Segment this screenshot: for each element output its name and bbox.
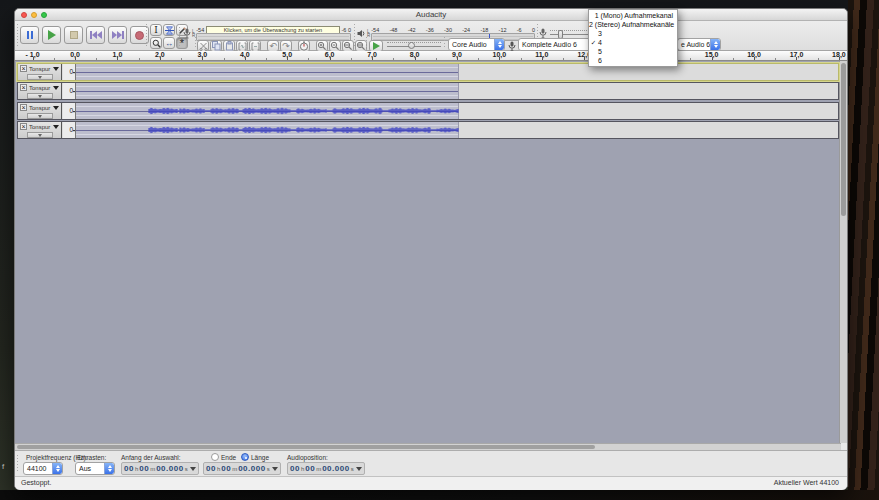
envelope-tool-button[interactable] (163, 24, 175, 36)
track-clip-area[interactable] (76, 103, 838, 119)
meter-scale-label: -18 (480, 27, 488, 33)
menu-item[interactable]: ✓4 (589, 38, 677, 47)
selected-audio-clip[interactable] (76, 103, 459, 119)
timeline-ruler[interactable]: - 1,00,01,02,03,04,05,06,07,08,09,010,01… (15, 51, 847, 61)
playback-meter-scale: -54-48-42-36-30-24-18-12-60 (371, 26, 535, 33)
recording-meter[interactable]: LR -54 Klicken, um die Überwachung zu st… (183, 26, 351, 41)
skip-to-end-button[interactable] (108, 26, 127, 44)
selection-tool-button[interactable]: I (150, 24, 162, 36)
track-clip-area[interactable] (76, 83, 838, 99)
menu-item[interactable]: 2 (Stereo) Aufnahmekanäle (589, 20, 677, 29)
track-header[interactable]: ×Tonspur (18, 83, 62, 99)
track-menu-arrow-icon[interactable] (53, 106, 59, 110)
time-digits[interactable]: 00 (221, 464, 231, 473)
menu-item[interactable]: 6 (589, 56, 677, 65)
time-digits[interactable]: 00 (124, 464, 134, 473)
menu-item[interactable]: 3 (589, 29, 677, 38)
time-digits[interactable]: 00 (290, 464, 300, 473)
track-close-button[interactable]: × (20, 123, 27, 130)
stepper-icon (710, 39, 720, 50)
timeshift-tool-icon: ↔ (165, 39, 173, 48)
track-clip-area[interactable] (76, 122, 838, 138)
track-clip-area[interactable] (76, 64, 838, 80)
time-field-dropdown-icon[interactable] (356, 467, 362, 471)
titlebar[interactable]: Audacity (15, 9, 847, 21)
toolbar-grip[interactable] (145, 23, 149, 48)
playback-device-select[interactable]: e Audio 6 (677, 38, 721, 51)
track-collapse-button[interactable] (27, 113, 53, 119)
horizontal-scrollbar-thumb[interactable] (17, 445, 595, 449)
time-digits[interactable]: 00.000 (238, 464, 265, 473)
track-close-button[interactable]: × (20, 84, 27, 91)
time-digits[interactable]: 00 (206, 464, 216, 473)
track-title: Tonspur (29, 85, 51, 91)
time-digits[interactable]: 00.000 (322, 464, 349, 473)
ruler-minor-tick (224, 58, 225, 60)
radio-end-circle[interactable] (211, 453, 219, 461)
project-rate-select[interactable]: 44100 (23, 462, 63, 475)
time-unit: m (316, 466, 321, 472)
track-zero-label: 0 (69, 87, 73, 94)
track-collapse-button[interactable] (27, 74, 53, 80)
skip-to-start-button[interactable] (86, 26, 105, 44)
track-area[interactable]: ×Tonspur0×Tonspur0×Tonspur0×Tonspur0 (15, 61, 847, 443)
track-close-button[interactable]: × (20, 104, 27, 111)
track-menu-arrow-icon[interactable] (53, 67, 59, 71)
vertical-scrollbar[interactable] (839, 61, 847, 443)
audio-host-select[interactable]: Core Audio (448, 38, 505, 51)
menu-item[interactable]: 1 (Mono) Aufnahmekanal (589, 11, 677, 20)
time-digits[interactable]: 00 (305, 464, 315, 473)
desktop-artifact: f (2, 462, 4, 471)
toolbar-grip[interactable] (443, 36, 447, 49)
track-menu-arrow-icon[interactable] (53, 125, 59, 129)
stop-button[interactable] (64, 26, 83, 44)
playback-speed-thumb[interactable] (408, 42, 415, 49)
pause-button[interactable] (20, 26, 39, 44)
time-field-dropdown-icon[interactable] (272, 467, 278, 471)
track-header[interactable]: ×Tonspur (18, 64, 62, 80)
track-row[interactable]: ×Tonspur0 (17, 63, 839, 81)
playback-speed-slider[interactable] (387, 46, 441, 47)
horizontal-scrollbar[interactable] (15, 443, 841, 450)
selection-length-time[interactable]: 00h00m00.000s (203, 462, 281, 475)
vertical-scrollbar-thumb[interactable] (841, 63, 846, 216)
track-close-button[interactable]: × (20, 65, 27, 72)
time-unit: s (185, 466, 188, 472)
ruler-tick (584, 57, 585, 60)
track-collapse-button[interactable] (27, 93, 53, 99)
time-digits[interactable]: 00 (139, 464, 149, 473)
track-header[interactable]: ×Tonspur (18, 122, 62, 138)
track-row[interactable]: ×Tonspur0 (17, 102, 839, 120)
track-row[interactable]: ×Tonspur0 (17, 121, 839, 139)
track-collapse-button[interactable] (27, 132, 53, 138)
selected-audio-clip[interactable] (76, 64, 459, 80)
playback-device-value: e Audio 6 (678, 41, 710, 48)
radio-end[interactable]: Ende (211, 453, 236, 461)
track-row[interactable]: ×Tonspur0 (17, 82, 839, 100)
selected-audio-clip[interactable] (76, 83, 459, 99)
radio-length-circle[interactable] (241, 453, 249, 461)
zoom-tool-button[interactable] (150, 37, 162, 49)
toolbar-grip[interactable] (178, 23, 182, 48)
track-menu-arrow-icon[interactable] (53, 86, 59, 90)
meter-scale-label: -54 (196, 27, 204, 33)
ruler-tick (712, 57, 713, 60)
ruler-minor-tick (308, 58, 309, 60)
ruler-minor-tick (733, 58, 734, 60)
audio-position-time[interactable]: 00h00m00.000s (287, 462, 365, 475)
play-button[interactable] (42, 26, 61, 44)
ruler-minor-tick (393, 58, 394, 60)
radio-length[interactable]: Länge (241, 453, 269, 461)
track-header[interactable]: ×Tonspur (18, 103, 62, 119)
snap-value: Aus (76, 465, 104, 472)
time-digits[interactable]: 00.000 (156, 464, 183, 473)
timeshift-tool-button[interactable]: ↔ (163, 37, 175, 49)
selected-audio-clip[interactable] (76, 122, 459, 138)
track-title: Tonspur (29, 124, 51, 130)
ruler-minor-tick (266, 58, 267, 60)
toolbar-grip[interactable] (16, 454, 20, 473)
snap-select[interactable]: Aus (75, 462, 115, 475)
menu-item[interactable]: 5 (589, 47, 677, 56)
time-field-dropdown-icon[interactable] (190, 467, 196, 471)
selection-start-time[interactable]: 00h00m00.000s (121, 462, 199, 475)
